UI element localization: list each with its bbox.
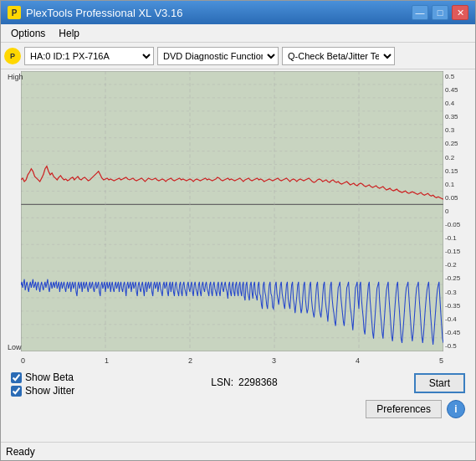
show-beta-checkbox[interactable] — [11, 372, 22, 383]
x-label-1: 1 — [105, 356, 109, 365]
title-bar: P PlexTools Professional XL V3.16 — □ ✕ — [1, 1, 475, 24]
controls-row: Show Beta Show Jitter LSN: 2298368 Start — [4, 368, 472, 398]
status-text: Ready — [6, 446, 35, 458]
x-label-2: 2 — [188, 356, 192, 365]
x-label-4: 4 — [356, 356, 360, 365]
start-button-wrapper: Start — [414, 373, 465, 393]
main-window: P PlexTools Professional XL V3.16 — □ ✕ … — [0, 0, 476, 461]
show-jitter-checkbox-label[interactable]: Show Jitter — [11, 385, 74, 397]
show-beta-label: Show Beta — [25, 371, 74, 383]
chart-container: High Low 0.5 0.45 0.4 0.35 0.3 0.25 0.2 … — [4, 71, 472, 351]
lsn-label: LSN: — [211, 376, 233, 388]
toolbar: P HA:0 ID:1 PX-716A DVD Diagnostic Funct… — [1, 43, 475, 69]
show-beta-checkbox-label[interactable]: Show Beta — [11, 371, 74, 383]
y-axis-right: 0.5 0.45 0.4 0.35 0.3 0.25 0.2 0.15 0.1 … — [443, 71, 472, 351]
info-button[interactable]: i — [447, 400, 465, 418]
chart-svg — [21, 71, 443, 351]
menu-options[interactable]: Options — [4, 26, 52, 41]
checkboxes-group: Show Beta Show Jitter — [11, 371, 74, 397]
lsn-value: 2298368 — [238, 376, 278, 388]
close-button[interactable]: ✕ — [452, 5, 468, 20]
title-controls: — □ ✕ — [412, 5, 468, 20]
low-label: Low — [8, 343, 22, 351]
maximize-button[interactable]: □ — [432, 5, 448, 20]
status-bar: Ready — [1, 442, 475, 460]
test-select[interactable]: Q-Check Beta/Jitter Test — [282, 47, 395, 65]
high-label: High — [8, 73, 23, 81]
function-select[interactable]: DVD Diagnostic Functions — [157, 47, 279, 65]
x-label-0: 0 — [21, 356, 25, 365]
drive-select[interactable]: HA:0 ID:1 PX-716A — [24, 47, 154, 65]
x-label-5: 5 — [439, 356, 443, 365]
menu-help[interactable]: Help — [52, 26, 86, 41]
menu-bar: Options Help — [1, 24, 475, 43]
prefs-row: Preferences i — [4, 398, 472, 422]
preferences-button[interactable]: Preferences — [366, 400, 442, 418]
x-axis: 0 1 2 3 4 5 — [21, 356, 443, 365]
window-title: PlexTools Professional XL V3.16 — [26, 7, 412, 19]
minimize-button[interactable]: — — [412, 5, 428, 20]
lsn-group: LSN: 2298368 — [211, 376, 277, 388]
drive-icon: P — [4, 48, 21, 64]
show-jitter-checkbox[interactable] — [11, 386, 22, 397]
show-jitter-label: Show Jitter — [25, 385, 74, 397]
bottom-panel: Show Beta Show Jitter LSN: 2298368 Start… — [1, 366, 475, 442]
app-icon: P — [8, 6, 21, 19]
start-button[interactable]: Start — [414, 373, 465, 393]
x-label-3: 3 — [272, 356, 276, 365]
